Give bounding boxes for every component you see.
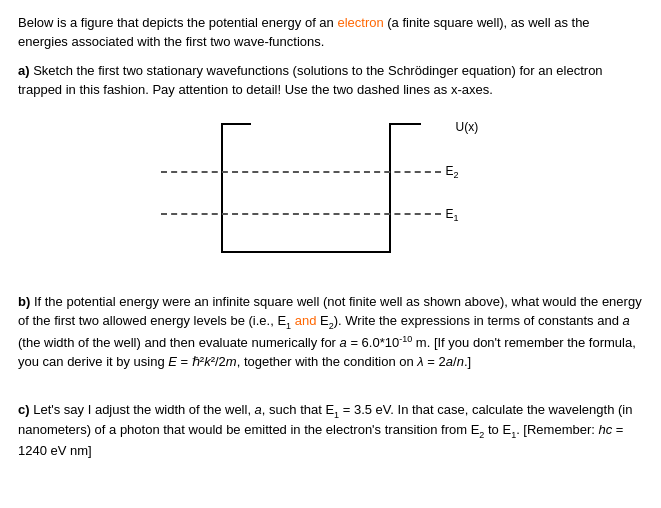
ux-label: U(x)	[456, 119, 479, 136]
part-b-section: b) If the potential energy were an infin…	[18, 293, 643, 372]
e1-label: E1	[446, 206, 459, 225]
e1-dashed-line	[161, 213, 441, 215]
part-a-text: a) Sketch the first two stationary wavef…	[18, 62, 643, 100]
e2-dashed-line	[161, 171, 441, 173]
e2-label: E2	[446, 163, 459, 182]
well-shape	[221, 123, 391, 253]
part-b-text: b) If the potential energy were an infin…	[18, 293, 643, 372]
intro-text: Below is a figure that depicts the poten…	[18, 15, 590, 49]
well-top-right	[391, 123, 421, 125]
part-a-section: a) Sketch the first two stationary wavef…	[18, 62, 643, 100]
part-c-text: c) Let's say I adjust the width of the w…	[18, 401, 643, 461]
part-c-section: c) Let's say I adjust the width of the w…	[18, 401, 643, 461]
well-diagram: U(x) E2 E1	[161, 113, 501, 273]
intro-paragraph: Below is a figure that depicts the poten…	[18, 14, 643, 52]
potential-well-figure: U(x) E2 E1	[18, 113, 643, 283]
